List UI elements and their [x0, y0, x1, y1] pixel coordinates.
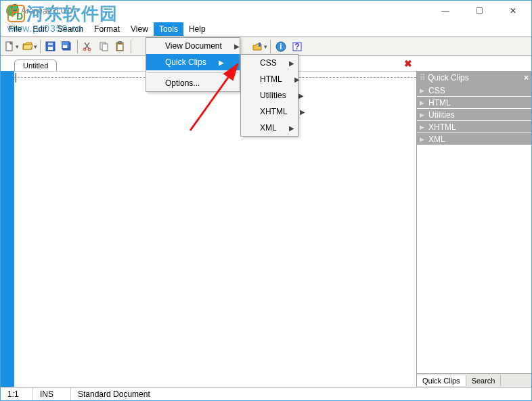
status-cursor-pos: 1:1	[1, 387, 33, 400]
svg-text:?: ?	[294, 42, 299, 51]
status-insert-mode: INS	[33, 387, 71, 400]
tree-item-html[interactable]: ▶HTML	[417, 97, 531, 109]
toolbar-save-button[interactable]	[43, 39, 58, 54]
paste-icon	[115, 41, 126, 52]
status-bar: 1:1 INS Standard Document	[1, 387, 531, 400]
toolbar-open-dropdown[interactable]: ▾	[20, 39, 37, 54]
menu-item-view-document[interactable]: View Document▶	[146, 38, 240, 54]
toolbar-cut-button[interactable]	[81, 39, 95, 54]
toolbar-info-button[interactable]: i	[273, 39, 288, 54]
window-close-button[interactable]: ✕	[506, 3, 520, 18]
chevron-right-icon: ▶	[277, 60, 294, 67]
submenu-item-utilities[interactable]: Utilities▶	[241, 87, 298, 103]
tree-item-xml[interactable]: ▶XML	[417, 133, 531, 145]
cut-icon	[83, 41, 93, 52]
app-icon	[6, 5, 17, 16]
toolbar-paste-button[interactable]	[113, 39, 128, 54]
window-minimize-button[interactable]: —	[438, 3, 453, 18]
submenu-item-css[interactable]: CSS▶	[241, 55, 298, 71]
chevron-right-icon: ▶	[288, 108, 305, 116]
editor-caret	[16, 73, 16, 82]
chevron-right-icon: ▶	[206, 59, 224, 66]
chevron-right-icon: ▶	[282, 76, 300, 83]
menu-search[interactable]: Search	[52, 22, 89, 36]
grip-icon: ⠿	[420, 73, 425, 82]
menu-edit[interactable]: Edit	[27, 22, 52, 36]
toolbar: ▾ ▾ ▾ i ?	[1, 37, 531, 56]
status-doc-type: Standard Document	[71, 387, 157, 400]
help-icon: ?	[292, 41, 303, 52]
submenu-item-xhtml[interactable]: XHTML▶	[241, 103, 298, 120]
side-panel-header: ⠿ Quick Clips ×	[417, 71, 531, 85]
tools-menu-popup: View Document▶ Quick Clips▶ Options...	[146, 37, 240, 92]
menu-file[interactable]: File	[3, 22, 27, 36]
tree-item-xhtml[interactable]: ▶XHTML	[417, 121, 531, 133]
svg-rect-12	[118, 41, 121, 43]
svg-text:i: i	[280, 42, 282, 51]
menu-help[interactable]: Help	[183, 22, 211, 36]
editor-pane[interactable]	[14, 71, 416, 387]
menu-bar: File Edit Search Format View Tools Help	[1, 21, 531, 37]
menu-format[interactable]: Format	[89, 22, 125, 36]
svg-rect-14	[259, 43, 261, 47]
svg-rect-6	[63, 45, 67, 48]
svg-rect-10	[102, 44, 108, 51]
submenu-item-html[interactable]: HTML▶	[241, 71, 298, 87]
side-panel-footer-tabs: Quick Clips Search	[417, 373, 531, 387]
menu-view[interactable]: View	[125, 22, 154, 36]
menu-tools[interactable]: Tools	[154, 22, 183, 36]
panel-detach-icon[interactable]: ✖	[404, 58, 412, 69]
tree-item-css[interactable]: ▶CSS	[417, 85, 531, 97]
chevron-right-icon: ▶	[420, 112, 424, 118]
tree-item-utilities[interactable]: ▶Utilities	[417, 109, 531, 121]
side-panel: ⠿ Quick Clips × ▶CSS ▶HTML ▶Utilities ▶X…	[416, 71, 531, 387]
window-title: Araneae 5.0.0	[21, 6, 72, 16]
toolbar-bookmark-dropdown[interactable]: ▾	[250, 39, 267, 54]
toolbar-help-button[interactable]: ?	[290, 39, 305, 54]
chevron-right-icon: ▶	[222, 43, 240, 50]
toolbar-copy-button[interactable]	[97, 39, 112, 54]
chevron-right-icon: ▶	[420, 136, 424, 143]
open-folder-icon	[22, 41, 33, 52]
chevron-right-icon: ▶	[277, 124, 294, 132]
chevron-right-icon: ▶	[420, 124, 424, 131]
document-tab[interactable]: Untitled	[14, 60, 57, 71]
chevron-right-icon: ▶	[286, 92, 304, 99]
window-maximize-button[interactable]: ☐	[472, 3, 487, 18]
menu-item-quick-clips[interactable]: Quick Clips▶	[146, 54, 240, 70]
new-file-icon	[4, 41, 15, 52]
side-tab-search[interactable]: Search	[466, 375, 502, 386]
chevron-right-icon: ▶	[420, 87, 424, 94]
save-icon	[45, 41, 56, 52]
info-icon: i	[275, 41, 286, 52]
bookmark-icon	[252, 41, 263, 52]
svg-rect-3	[48, 43, 53, 45]
side-panel-title: Quick Clips	[428, 73, 469, 82]
chevron-right-icon: ▶	[420, 99, 424, 106]
copy-icon	[99, 41, 110, 52]
side-panel-tree: ▶CSS ▶HTML ▶Utilities ▶XHTML ▶XML	[417, 85, 531, 373]
svg-rect-13	[118, 45, 123, 50]
svg-rect-2	[48, 47, 53, 50]
side-panel-close-button[interactable]: ×	[524, 73, 529, 82]
side-tab-quick-clips[interactable]: Quick Clips	[417, 375, 466, 386]
editor-gutter	[1, 71, 14, 387]
submenu-item-xml[interactable]: XML▶	[241, 120, 298, 136]
toolbar-new-dropdown[interactable]: ▾	[2, 39, 19, 54]
title-bar: Araneae 5.0.0 — ☐ ✕	[1, 1, 531, 21]
quick-clips-submenu-popup: CSS▶ HTML▶ Utilities▶ XHTML▶ XML▶	[240, 54, 298, 137]
menu-separator	[148, 72, 238, 73]
save-all-icon	[62, 41, 72, 52]
menu-item-options[interactable]: Options...	[146, 75, 240, 91]
toolbar-save-all-button[interactable]	[60, 39, 74, 54]
